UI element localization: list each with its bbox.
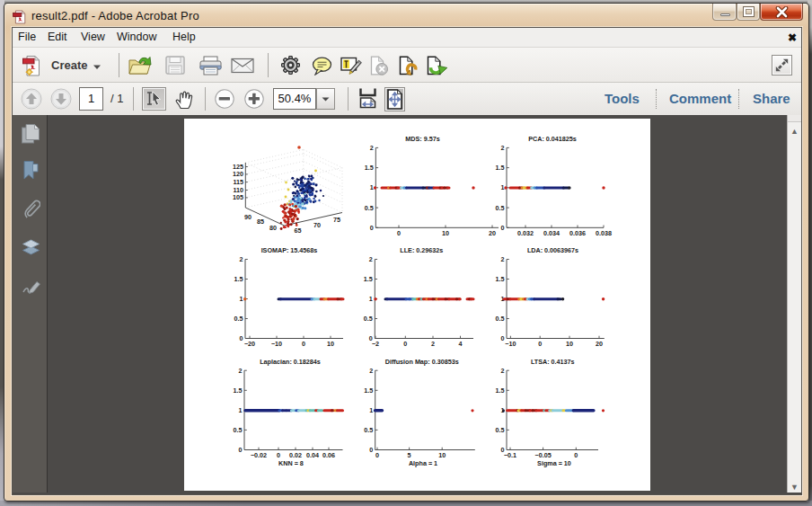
svg-text:1.5: 1.5: [365, 164, 374, 172]
svg-text:0: 0: [239, 446, 243, 454]
svg-text:0.5: 0.5: [234, 315, 243, 323]
svg-text:0: 0: [403, 340, 407, 348]
svg-text:1.5: 1.5: [496, 275, 505, 283]
svg-text:2: 2: [501, 367, 505, 375]
svg-text:1.5: 1.5: [364, 386, 373, 395]
svg-text:1: 1: [369, 295, 373, 303]
svg-text:1.5: 1.5: [364, 275, 373, 283]
svg-text:1: 1: [501, 183, 505, 191]
svg-text:0.5: 0.5: [364, 315, 373, 323]
svg-text:0.038: 0.038: [596, 229, 612, 237]
svg-text:0.032: 0.032: [517, 229, 534, 237]
svg-text:1.5: 1.5: [234, 386, 243, 395]
svg-text:0: 0: [397, 229, 401, 237]
svg-text:LTSA: 0.4137s: LTSA: 0.4137s: [531, 358, 575, 366]
svg-text:10: 10: [327, 340, 334, 348]
svg-text:80: 80: [269, 224, 277, 232]
svg-text:0: 0: [574, 451, 578, 459]
svg-text:0: 0: [375, 451, 379, 459]
svg-text:0: 0: [302, 340, 305, 348]
svg-text:2: 2: [239, 367, 243, 375]
svg-text:115: 115: [233, 178, 243, 186]
svg-text:0.034: 0.034: [543, 229, 560, 237]
svg-text:0: 0: [370, 224, 374, 232]
svg-text:20: 20: [596, 340, 603, 348]
svg-text:1: 1: [240, 295, 243, 303]
svg-text:2: 2: [501, 144, 505, 152]
svg-text:0: 0: [538, 340, 542, 348]
svg-text:0: 0: [501, 334, 505, 342]
svg-text:1.5: 1.5: [496, 386, 505, 395]
svg-text:2: 2: [240, 255, 243, 263]
svg-text:0: 0: [277, 451, 280, 459]
svg-text:−0.1: −0.1: [504, 451, 516, 459]
svg-text:−10: −10: [505, 340, 516, 348]
svg-text:0.036: 0.036: [569, 229, 586, 237]
svg-text:2: 2: [431, 340, 435, 348]
svg-text:0: 0: [240, 334, 243, 342]
svg-text:2: 2: [369, 255, 373, 263]
svg-text:75: 75: [333, 216, 340, 224]
svg-text:1: 1: [239, 406, 243, 414]
svg-text:0.04: 0.04: [306, 451, 319, 459]
svg-text:1: 1: [370, 183, 374, 191]
svg-text:70: 70: [313, 221, 321, 229]
svg-text:5: 5: [408, 451, 411, 459]
svg-text:Diffusion Map: 0.30853s: Diffusion Map: 0.30853s: [385, 358, 459, 366]
svg-text:0.5: 0.5: [365, 204, 374, 212]
svg-text:1.5: 1.5: [234, 275, 243, 283]
svg-text:0.5: 0.5: [496, 315, 505, 323]
svg-text:0.02: 0.02: [289, 451, 302, 459]
svg-text:LLE: 0.29632s: LLE: 0.29632s: [400, 246, 443, 254]
svg-text:0.5: 0.5: [364, 426, 373, 434]
svg-text:120: 120: [233, 170, 243, 178]
svg-text:1.5: 1.5: [496, 164, 505, 172]
svg-text:−0.05: −0.05: [535, 451, 552, 459]
svg-text:0: 0: [369, 446, 373, 454]
svg-text:4: 4: [459, 340, 463, 348]
svg-text:ISOMAP: 15.4568s: ISOMAP: 15.4568s: [261, 246, 318, 254]
svg-text:0.5: 0.5: [496, 426, 505, 434]
svg-text:1: 1: [369, 406, 373, 414]
svg-text:MDS: 9.57s: MDS: 9.57s: [405, 135, 439, 143]
svg-text:0.5: 0.5: [234, 426, 243, 434]
svg-text:PCA: 0.041825s: PCA: 0.041825s: [528, 135, 577, 143]
svg-text:10: 10: [438, 451, 446, 459]
svg-text:105: 105: [233, 193, 243, 201]
svg-text:0.06: 0.06: [322, 451, 335, 459]
svg-text:LDA: 0.0063967s: LDA: 0.0063967s: [527, 246, 578, 254]
svg-text:−20: −20: [244, 340, 255, 348]
svg-text:2: 2: [369, 367, 373, 375]
svg-text:2: 2: [370, 144, 374, 152]
svg-text:KNN = 8: KNN = 8: [278, 459, 304, 467]
svg-text:90: 90: [244, 213, 252, 221]
svg-text:−10: −10: [271, 340, 282, 348]
svg-text:10: 10: [442, 229, 449, 237]
svg-text:Laplacian: 0.18284s: Laplacian: 0.18284s: [260, 358, 321, 366]
svg-text:−0.02: −0.02: [251, 451, 267, 459]
svg-text:Alpha = 1: Alpha = 1: [409, 459, 437, 467]
svg-text:2: 2: [501, 255, 505, 263]
svg-text:Sigma = 10: Sigma = 10: [537, 459, 571, 467]
svg-text:−2: −2: [372, 340, 379, 348]
svg-text:85: 85: [257, 217, 264, 226]
svg-text:20: 20: [489, 229, 496, 237]
svg-text:65: 65: [295, 226, 302, 235]
svg-text:10: 10: [566, 340, 573, 348]
svg-text:0: 0: [501, 224, 505, 232]
svg-text:0.5: 0.5: [496, 204, 505, 212]
